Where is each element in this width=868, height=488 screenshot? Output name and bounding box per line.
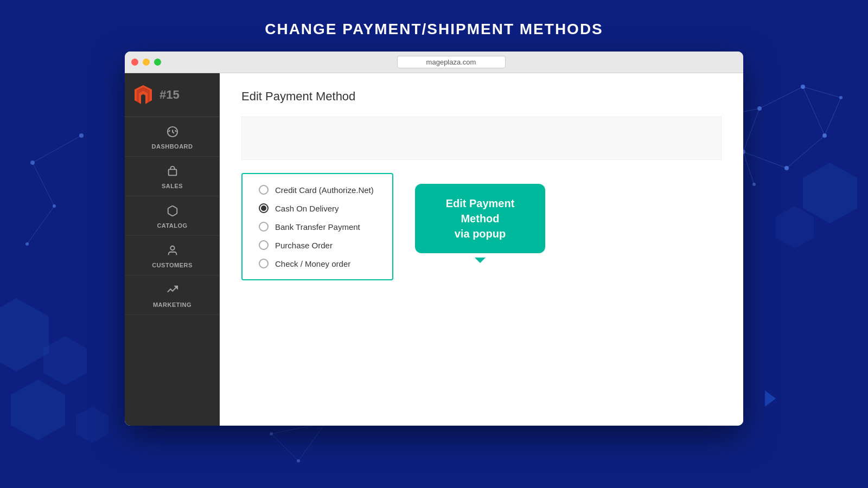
svg-line-16: [743, 152, 754, 184]
order-number: #15: [159, 88, 180, 102]
tooltip-text-line2: via popup: [455, 228, 506, 240]
traffic-light-red[interactable]: [131, 59, 138, 66]
payment-option-cash-delivery[interactable]: Cash On Delivery: [259, 203, 376, 213]
svg-line-9: [803, 87, 825, 136]
svg-point-24: [270, 432, 273, 435]
sidebar-item-catalog[interactable]: CATALOG: [125, 196, 220, 236]
radio-credit-card[interactable]: [259, 185, 269, 195]
svg-point-0: [757, 106, 762, 111]
dashboard-icon: [167, 126, 178, 141]
svg-point-18: [79, 133, 84, 138]
svg-line-12: [743, 108, 760, 152]
radio-purchase-order[interactable]: [259, 240, 269, 250]
customers-label: CUSTOMERS: [152, 262, 193, 268]
browser-url-bar: mageplaza.com: [165, 56, 737, 68]
url-text[interactable]: mageplaza.com: [397, 56, 506, 68]
traffic-light-yellow[interactable]: [143, 59, 150, 66]
payment-option-purchase-order[interactable]: Purchase Order: [259, 240, 376, 250]
payment-label-cash-delivery: Cash On Delivery: [275, 204, 339, 213]
magento-logo-icon: [131, 83, 155, 107]
svg-point-19: [53, 204, 56, 208]
payment-option-check-money[interactable]: Check / Money order: [259, 259, 376, 268]
svg-line-29: [271, 434, 298, 461]
payment-label-bank-transfer: Bank Transfer Payment: [275, 222, 360, 232]
sidebar-item-dashboard[interactable]: DASHBOARD: [125, 117, 220, 157]
svg-line-11: [743, 152, 787, 168]
marketing-icon: [167, 284, 178, 299]
svg-marker-32: [765, 390, 776, 407]
svg-point-35: [170, 246, 174, 250]
catalog-label: CATALOG: [157, 222, 187, 229]
svg-line-23: [27, 206, 54, 244]
sidebar-item-marketing[interactable]: MARKETING: [125, 275, 220, 315]
payment-label-credit-card: Credit Card (Authorize.Net): [275, 185, 374, 195]
tooltip-text-line1: Edit Payment Method: [446, 197, 515, 224]
svg-line-22: [33, 163, 54, 206]
svg-line-13: [803, 87, 841, 98]
main-content: Edit Payment Method Credit Card (Authori…: [220, 73, 743, 426]
svg-line-10: [787, 136, 825, 168]
svg-point-6: [752, 183, 756, 186]
svg-point-5: [839, 96, 843, 99]
payment-option-bank-transfer[interactable]: Bank Transfer Payment: [259, 222, 376, 232]
dashboard-label: DASHBOARD: [152, 143, 193, 150]
svg-point-20: [25, 242, 29, 246]
radio-bank-transfer[interactable]: [259, 222, 269, 232]
svg-point-26: [297, 459, 300, 463]
marketing-label: MARKETING: [153, 301, 192, 308]
sidebar-item-customers[interactable]: CUSTOMERS: [125, 236, 220, 275]
payment-option-credit-card[interactable]: Credit Card (Authorize.Net): [259, 185, 376, 195]
payment-options-box: Credit Card (Authorize.Net) Cash On Deli…: [241, 173, 393, 280]
sidebar-item-sales[interactable]: SALES: [125, 157, 220, 196]
customers-icon: [167, 245, 178, 260]
browser-window: mageplaza.com #15: [125, 52, 743, 426]
page-title: CHANGE PAYMENT/SHIPMENT METHODS: [265, 21, 603, 38]
sidebar-logo: #15: [125, 73, 220, 117]
radio-check-money[interactable]: [259, 259, 269, 268]
svg-line-8: [760, 87, 803, 108]
sales-label: SALES: [162, 183, 183, 189]
svg-rect-34: [168, 169, 176, 175]
tooltip-bubble: Edit Payment Method via popup: [415, 184, 545, 253]
svg-point-3: [784, 166, 789, 170]
browser-body: #15 DASHBOARD: [125, 73, 743, 426]
svg-line-28: [298, 423, 326, 461]
payment-label-purchase-order: Purchase Order: [275, 241, 333, 250]
svg-point-1: [801, 85, 805, 89]
edit-payment-title: Edit Payment Method: [241, 89, 722, 104]
svg-point-2: [822, 133, 827, 138]
svg-point-17: [30, 160, 35, 165]
sidebar: #15 DASHBOARD: [125, 73, 220, 426]
payment-label-check-money: Check / Money order: [275, 259, 350, 268]
traffic-light-green[interactable]: [154, 59, 161, 66]
browser-chrome: mageplaza.com: [125, 52, 743, 73]
popup-area: Credit Card (Authorize.Net) Cash On Deli…: [241, 173, 722, 280]
top-placeholder-area: [241, 117, 722, 160]
sales-icon: [167, 165, 178, 181]
radio-cash-delivery[interactable]: [259, 203, 269, 213]
svg-line-14: [825, 98, 841, 136]
svg-line-21: [33, 136, 81, 163]
catalog-icon: [167, 205, 178, 220]
